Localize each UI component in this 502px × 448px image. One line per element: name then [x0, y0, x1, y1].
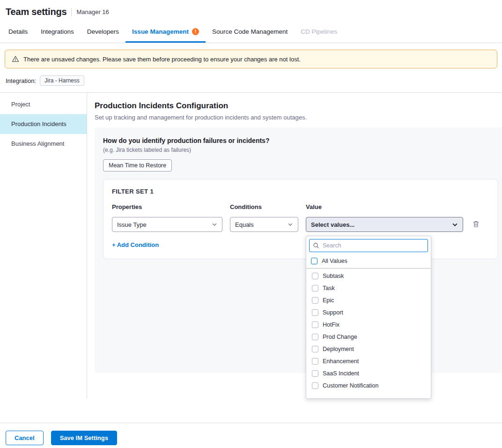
dropdown-option-hotfix[interactable]: HotFix	[306, 319, 431, 331]
value-select-wrapper: Select values...	[306, 217, 463, 232]
warning-banner: There are unsaved changes. Please save t…	[5, 50, 497, 68]
property-select-value: Issue Type	[117, 221, 147, 228]
checkbox-icon[interactable]	[312, 346, 318, 352]
dropdown-option-label: Task	[323, 285, 335, 291]
tab-developers[interactable]: Developers	[81, 22, 126, 43]
search-icon	[313, 242, 319, 249]
dropdown-option-label: SaaS Incident	[323, 370, 359, 377]
config-card: How do you identify production failures …	[95, 127, 502, 373]
team-name: Manager 16	[76, 8, 109, 15]
question-heading: How do you identify production failures …	[103, 137, 498, 144]
sidebar-item-business-alignment[interactable]: Business Alignment	[0, 134, 87, 153]
dropdown-option-deployment[interactable]: Deployment	[306, 343, 431, 355]
checkbox-icon[interactable]	[312, 321, 318, 328]
tab-label: Issue Management	[132, 28, 189, 35]
main-panel: Production Incidents Configuration Set u…	[87, 93, 502, 398]
dropdown-option-saas-incident[interactable]: SaaS Incident	[306, 367, 431, 380]
value-select-placeholder: Select values...	[311, 221, 354, 228]
tab-bar: Details Integrations Developers Issue Ma…	[0, 22, 502, 43]
dropdown-option-all-values[interactable]: All Values	[306, 255, 431, 267]
dropdown-option-label: Customer Notification	[323, 382, 379, 389]
page-title: Team settings	[6, 7, 66, 17]
checkbox-icon[interactable]	[312, 382, 318, 389]
tab-label: Integrations	[41, 28, 74, 35]
column-header-properties: Properties	[112, 203, 222, 210]
filter-grid: Properties Conditions Value Issue Type E…	[112, 203, 489, 248]
dropdown-option-label: HotFix	[323, 321, 340, 328]
title-divider	[71, 8, 72, 16]
chevron-down-icon	[288, 222, 293, 227]
delete-filter-button[interactable]	[471, 218, 481, 231]
checkbox-icon[interactable]	[312, 273, 318, 279]
checkbox-icon[interactable]	[312, 370, 318, 377]
dropdown-option-epic[interactable]: Epic	[306, 294, 431, 306]
dropdown-search-row	[309, 239, 428, 252]
cancel-button[interactable]: Cancel	[6, 431, 44, 445]
tab-label: Details	[8, 28, 28, 35]
question-hint: (e.g. Jira tickets labeled as failures)	[103, 147, 498, 153]
section-subtitle: Set up tracking and management for produ…	[95, 114, 502, 121]
chevron-down-icon	[212, 222, 217, 227]
unsaved-changes-badge-icon: !	[192, 28, 199, 35]
tab-issue-management[interactable]: Issue Management !	[126, 22, 206, 43]
checkbox-icon[interactable]	[312, 358, 318, 365]
dropdown-option-customer-notification[interactable]: Customer Notification	[306, 380, 431, 392]
condition-select[interactable]: Equals	[230, 217, 298, 232]
tab-label: Source Code Management	[212, 28, 288, 35]
condition-select-value: Equals	[235, 221, 254, 228]
dropdown-option-label: Enhancement	[323, 358, 359, 365]
tab-label: CD Pipelines	[301, 28, 337, 35]
tab-details[interactable]: Details	[2, 22, 34, 43]
dropdown-option-label: Support	[323, 309, 343, 316]
integration-label: Integration:	[6, 77, 36, 84]
filter-set-title: FILTER SET 1	[112, 188, 489, 195]
content-area: Project Production Incidents Business Al…	[0, 93, 502, 398]
page-header: Team settings Manager 16	[0, 0, 502, 22]
metric-chip-mean-time-to-restore[interactable]: Mean Time to Restore	[103, 159, 172, 172]
chevron-down-icon	[452, 222, 458, 228]
dropdown-divider	[306, 268, 431, 269]
section-title: Production Incidents Configuration	[95, 101, 502, 111]
settings-sidebar: Project Production Incidents Business Al…	[0, 93, 87, 398]
dropdown-option-enhancement[interactable]: Enhancement	[306, 355, 431, 367]
dropdown-option-prod-change[interactable]: Prod Change	[306, 331, 431, 343]
column-header-conditions: Conditions	[230, 203, 298, 210]
dropdown-option-label: Deployment	[323, 346, 354, 352]
value-dropdown: All Values Subtask Task	[306, 236, 431, 399]
tab-source-code-management[interactable]: Source Code Management	[206, 22, 294, 43]
filter-set-card: FILTER SET 1 Properties Conditions Value…	[103, 179, 498, 259]
dropdown-option-label: Epic	[323, 297, 334, 304]
property-select[interactable]: Issue Type	[112, 217, 222, 232]
tab-label: Developers	[87, 28, 119, 35]
dropdown-option-label: Subtask	[323, 273, 344, 279]
dropdown-option-support[interactable]: Support	[306, 306, 431, 319]
sidebar-item-production-incidents[interactable]: Production Incidents	[0, 114, 87, 134]
tab-integrations[interactable]: Integrations	[34, 22, 81, 43]
integration-chip[interactable]: Jira - Harness	[40, 75, 84, 86]
sidebar-item-project[interactable]: Project	[0, 95, 87, 114]
tab-cd-pipelines: CD Pipelines	[294, 22, 344, 43]
dropdown-option-subtask[interactable]: Subtask	[306, 270, 431, 282]
warning-icon	[12, 55, 19, 63]
checkbox-icon[interactable]	[312, 285, 318, 291]
footer-actions: Cancel Save IM Settings	[0, 423, 502, 448]
value-select[interactable]: Select values...	[306, 217, 463, 232]
warning-text: There are unsaved changes. Please save t…	[23, 56, 301, 63]
dropdown-option-label: All Values	[322, 258, 347, 264]
trash-icon	[472, 222, 480, 229]
dropdown-option-task[interactable]: Task	[306, 282, 431, 294]
save-im-settings-button[interactable]: Save IM Settings	[51, 431, 117, 445]
dropdown-option-label: Prod Change	[323, 334, 357, 340]
checkbox-icon[interactable]	[312, 334, 318, 340]
value-search-input[interactable]	[309, 239, 428, 252]
checkbox-icon[interactable]	[312, 297, 318, 304]
checkbox-icon[interactable]	[311, 258, 317, 264]
checkbox-icon[interactable]	[312, 309, 318, 316]
integration-row: Integration: Jira - Harness	[0, 74, 502, 93]
column-header-value: Value	[306, 203, 463, 210]
